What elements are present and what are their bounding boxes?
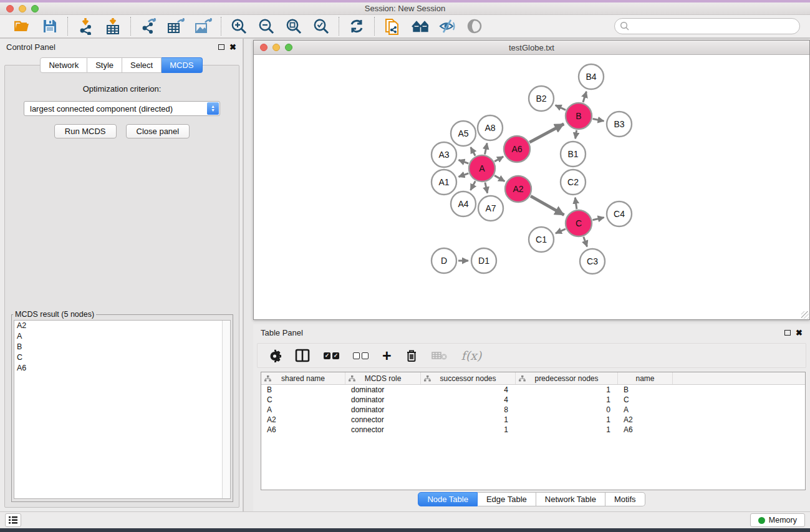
settings-gear-icon[interactable] <box>268 349 281 362</box>
edge-A-A2[interactable] <box>494 175 504 181</box>
edge-A-A3[interactable] <box>459 160 469 163</box>
open-session-icon[interactable] <box>14 17 31 35</box>
edge-B-B2[interactable] <box>556 105 566 110</box>
home-icon[interactable] <box>411 17 428 35</box>
edge-C-C1[interactable] <box>556 229 566 233</box>
cell[interactable]: dominator <box>345 405 421 415</box>
table-row[interactable]: Adominator80A <box>261 405 805 415</box>
tab-node-table[interactable]: Node Table <box>418 492 478 506</box>
result-item[interactable]: A6 <box>14 363 230 374</box>
zoom-fit-icon[interactable] <box>285 17 302 35</box>
cell[interactable]: dominator <box>345 395 421 405</box>
column-header-shared-name[interactable]: shared name <box>261 372 345 384</box>
close-panel-button[interactable]: Close panel <box>126 124 190 138</box>
zoom-out-icon[interactable] <box>258 17 275 35</box>
cell[interactable]: A2 <box>261 415 345 425</box>
cell[interactable]: 4 <box>421 385 516 395</box>
refresh-icon[interactable] <box>348 17 365 35</box>
mcds-result-list[interactable]: A2ABCA6 <box>14 320 231 499</box>
import-table-icon[interactable] <box>104 17 122 35</box>
edge-A-A8[interactable] <box>485 143 488 155</box>
export-network-icon[interactable] <box>140 17 157 35</box>
show-column-icon[interactable] <box>295 349 310 362</box>
unselect-all-icon[interactable] <box>353 352 369 359</box>
add-column-icon[interactable]: + <box>382 349 392 362</box>
hide-selected-eye-slash-icon[interactable] <box>438 17 456 35</box>
copy-network-icon[interactable] <box>383 17 401 35</box>
column-header-successor-nodes[interactable]: successor nodes <box>421 372 516 384</box>
edge-A-A6[interactable] <box>494 157 503 162</box>
search-input[interactable] <box>614 18 800 34</box>
export-table-icon[interactable] <box>167 17 185 35</box>
cell[interactable]: 0 <box>516 405 618 415</box>
tab-network[interactable]: Network <box>40 57 87 73</box>
cell[interactable]: A6 <box>618 425 673 435</box>
cell[interactable]: B <box>618 385 673 395</box>
select-all-icon[interactable]: ✓✓ <box>324 352 339 359</box>
edge-A-A7[interactable] <box>485 182 488 193</box>
memory-button[interactable]: Memory <box>750 513 805 527</box>
cell[interactable]: A6 <box>261 425 345 435</box>
result-item[interactable]: A <box>14 331 230 342</box>
float-panel-icon[interactable] <box>218 44 224 50</box>
tab-mcds[interactable]: MCDS <box>162 57 202 73</box>
cell[interactable]: 1 <box>421 415 516 425</box>
tab-style[interactable]: Style <box>87 57 122 73</box>
tab-network-table[interactable]: Network Table <box>536 492 605 506</box>
zoom-selected-icon[interactable] <box>312 17 330 35</box>
run-mcds-button[interactable]: Run MCDS <box>54 124 117 138</box>
cell[interactable]: A <box>261 405 345 415</box>
edge-A-A4[interactable] <box>471 181 476 190</box>
edge-B-B4[interactable] <box>583 92 586 102</box>
network-canvas[interactable]: B4B2BB3A8A5A6B1A3AA1C2A2A4A7C4CC1C3DD1 <box>254 55 809 319</box>
cell[interactable]: 1 <box>516 415 618 425</box>
tab-select[interactable]: Select <box>122 57 162 73</box>
cell[interactable]: C <box>261 395 345 405</box>
column-header-name[interactable]: name <box>618 372 673 384</box>
tab-edge-table[interactable]: Edge Table <box>478 492 536 506</box>
cell[interactable]: dominator <box>345 385 421 395</box>
result-item[interactable]: A2 <box>14 321 230 331</box>
edge-A2-C[interactable] <box>531 196 564 215</box>
cell[interactable]: 8 <box>421 405 516 415</box>
node-table[interactable]: shared nameMCDS rolesuccessor nodesprede… <box>261 372 806 490</box>
cell[interactable]: 1 <box>516 385 618 395</box>
network-window-titlebar[interactable]: testGlobe.txt <box>254 41 809 55</box>
column-header-predecessor-nodes[interactable]: predecessor nodes <box>516 372 618 384</box>
edge-A-A1[interactable] <box>459 173 469 177</box>
edge-C-C4[interactable] <box>592 218 604 220</box>
edge-B-B1[interactable] <box>576 130 577 139</box>
close-table-panel-icon[interactable]: ✖ <box>796 329 803 337</box>
table-row[interactable]: A2connector11A2 <box>261 415 805 425</box>
result-item[interactable]: C <box>14 352 230 363</box>
delete-column-trash-icon[interactable] <box>405 349 418 362</box>
tab-motifs[interactable]: Motifs <box>605 492 645 506</box>
table-row[interactable]: Cdominator41C <box>261 395 805 405</box>
table-row[interactable]: Bdominator41B <box>261 385 805 395</box>
cell[interactable]: A <box>618 405 673 415</box>
close-panel-icon[interactable]: ✖ <box>229 43 236 51</box>
cell[interactable]: 4 <box>421 395 516 405</box>
edge-A-A5[interactable] <box>471 147 475 156</box>
result-list-scrollbar[interactable] <box>222 321 230 498</box>
zoom-in-icon[interactable] <box>230 17 248 35</box>
edge-C-C3[interactable] <box>584 237 587 247</box>
cell[interactable]: connector <box>345 415 421 425</box>
cell[interactable]: 1 <box>516 425 618 435</box>
task-history-button[interactable] <box>5 513 21 527</box>
import-network-icon[interactable] <box>77 17 94 35</box>
result-item[interactable]: B <box>14 342 230 352</box>
float-table-panel-icon[interactable] <box>784 330 791 336</box>
cell[interactable]: connector <box>345 425 421 435</box>
cell[interactable]: A2 <box>618 415 673 425</box>
table-row[interactable]: A6connector11A6 <box>261 425 805 435</box>
edge-A6-B[interactable] <box>529 124 564 142</box>
network-graph[interactable]: B4B2BB3A8A5A6B1A3AA1C2A2A4A7C4CC1C3DD1 <box>254 55 809 319</box>
cell[interactable]: B <box>261 385 345 395</box>
edge-C-C2[interactable] <box>575 198 577 209</box>
cell[interactable]: 1 <box>421 425 516 435</box>
column-header-MCDS-role[interactable]: MCDS role <box>345 372 421 384</box>
window-resize-grip[interactable] <box>801 311 809 319</box>
criterion-dropdown[interactable]: largest connected component (directed) ▲… <box>24 101 220 116</box>
cell[interactable]: C <box>618 395 673 405</box>
